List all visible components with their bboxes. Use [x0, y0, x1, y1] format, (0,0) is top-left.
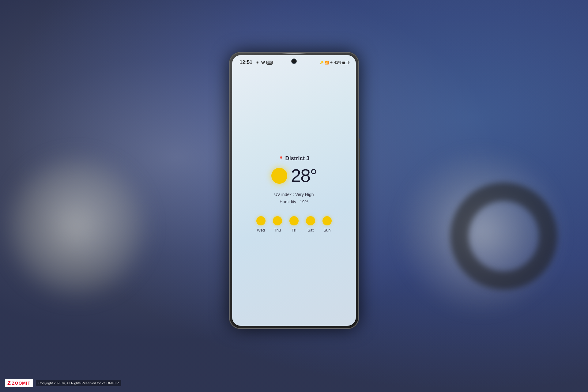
- forecast-label-thu: Thu: [274, 228, 281, 232]
- phone-device: 12:51 𝗪 ⌨ 🔑 📶 ✈ 42%: [230, 53, 358, 328]
- forecast-row: Wed Thu Fri Sat Sun: [256, 216, 332, 232]
- status-icons-right: 🔑 📶 ✈ 42%: [320, 60, 349, 65]
- sun-icon: [271, 168, 287, 184]
- phone-screen: 12:51 𝗪 ⌨ 🔑 📶 ✈ 42%: [232, 55, 356, 326]
- forecast-day-fri: Fri: [289, 216, 299, 232]
- wifi-icon: 📶: [325, 61, 329, 65]
- battery-indicator: 42%: [334, 60, 349, 65]
- front-camera: [292, 59, 296, 64]
- health-icon: 𝗪: [261, 61, 265, 65]
- forecast-sun-sun: [322, 216, 332, 225]
- location-row: 📍 District 3: [278, 155, 309, 162]
- forecast-day-sat: Sat: [306, 216, 315, 232]
- zoomit-logo: Z ZOOMIT: [5, 379, 33, 387]
- humidity: Humidity : 19%: [274, 198, 314, 206]
- copyright-text: Copyright 2023 ©, All Rights Reserved fo…: [36, 380, 121, 386]
- forecast-day-sun: Sun: [322, 216, 332, 232]
- airplane-icon: ✈: [330, 61, 333, 65]
- zoomit-brand-name: ZOOMIT: [12, 381, 30, 386]
- temperature-display: 28°: [291, 167, 317, 185]
- forecast-sun-thu: [273, 216, 282, 225]
- forecast-label-sat: Sat: [307, 228, 314, 232]
- weather-widget: 📍 District 3 28° UV index : Very High Hu…: [232, 62, 356, 326]
- status-time: 12:51: [239, 59, 252, 66]
- bg-left-blob: [0, 150, 153, 303]
- battery-body: [342, 61, 349, 64]
- forecast-label-wed: Wed: [257, 228, 265, 232]
- status-left: 12:51 𝗪 ⌨: [239, 59, 273, 66]
- forecast-sun-fri: [289, 216, 299, 225]
- bg-right-ring: [450, 183, 557, 290]
- location-name: District 3: [285, 155, 309, 162]
- battery-percent: 42%: [334, 60, 341, 65]
- forecast-day-thu: Thu: [273, 216, 282, 232]
- forecast-label-fri: Fri: [292, 228, 296, 232]
- location-pin-icon: 📍: [278, 156, 284, 161]
- forecast-label-sun: Sun: [323, 228, 330, 232]
- temperature-row: 28°: [271, 167, 317, 185]
- weather-details: UV index : Very High Humidity : 19%: [274, 191, 314, 206]
- forecast-day-wed: Wed: [256, 216, 266, 232]
- zoomit-z-letter: Z: [7, 380, 11, 386]
- phone-side-button: [359, 138, 360, 160]
- vpn-key-icon: 🔑: [320, 61, 323, 64]
- forecast-sun-sat: [306, 216, 315, 225]
- brightness-icon: [255, 60, 260, 65]
- uv-index: UV index : Very High: [274, 191, 314, 198]
- phone-top-highlight: [282, 53, 306, 54]
- battery-fill: [342, 62, 345, 64]
- forecast-sun-wed: [256, 216, 266, 225]
- keyboard-icon: ⌨: [266, 61, 273, 65]
- status-icons-left: 𝗪 ⌨: [255, 60, 273, 65]
- watermark: Z ZOOMIT Copyright 2023 ©, All Rights Re…: [5, 379, 121, 387]
